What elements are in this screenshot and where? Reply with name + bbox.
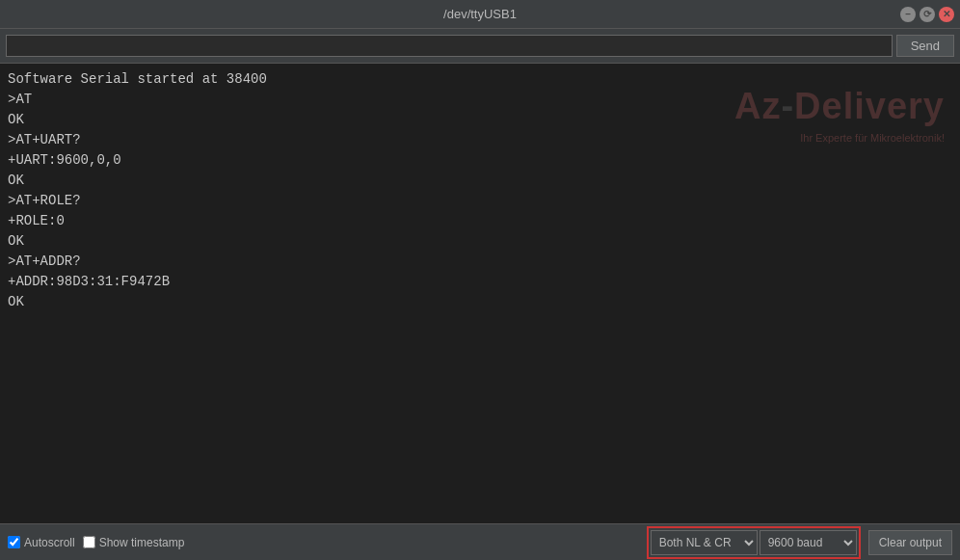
output-lines: Software Serial started at 38400>ATOK>AT… [8,69,952,312]
output-line: Software Serial started at 38400 [8,69,952,90]
output-line: +ROLE:0 [8,211,952,231]
minimize-button[interactable]: – [900,7,916,22]
status-right: No line endingNewlineCarriage returnBoth… [647,526,861,559]
output-line: +UART:9600,0,0 [8,150,952,171]
output-line: OK [8,171,952,191]
output-line: >AT+UART? [8,130,952,150]
output-line: OK [8,292,952,312]
window-title: /dev/ttyUSB1 [443,7,517,21]
output-area: Az-Delivery Ihr Experte für Mikroelektro… [0,64,960,523]
timestamp-checkbox[interactable] [83,536,95,548]
timestamp-label[interactable]: Show timestamp [83,536,185,549]
window-controls: – ⟳ ✕ [900,7,954,22]
output-line: OK [8,231,952,252]
restore-button[interactable]: ⟳ [920,7,935,22]
autoscroll-checkbox[interactable] [8,536,20,548]
clear-output-button[interactable]: Clear output [868,530,952,555]
output-line: +ADDR:98D3:31:F9472B [8,272,952,292]
autoscroll-label[interactable]: Autoscroll [8,536,75,549]
timestamp-text: Show timestamp [99,536,185,549]
input-row: Send [0,29,960,64]
status-bar: Autoscroll Show timestamp No line ending… [0,523,960,560]
output-line: >AT+ROLE? [8,191,952,211]
baud-select[interactable]: 300 baud1200 baud2400 baud4800 baud9600 … [760,530,857,555]
title-bar: /dev/ttyUSB1 – ⟳ ✕ [0,0,960,29]
output-line: >AT+ADDR? [8,252,952,272]
close-button[interactable]: ✕ [939,7,954,22]
output-line: >AT [8,90,952,110]
autoscroll-text: Autoscroll [24,536,75,549]
send-button[interactable]: Send [896,35,954,57]
serial-input[interactable] [6,35,893,57]
line-ending-select[interactable]: No line endingNewlineCarriage returnBoth… [651,530,758,555]
output-line: OK [8,110,952,130]
